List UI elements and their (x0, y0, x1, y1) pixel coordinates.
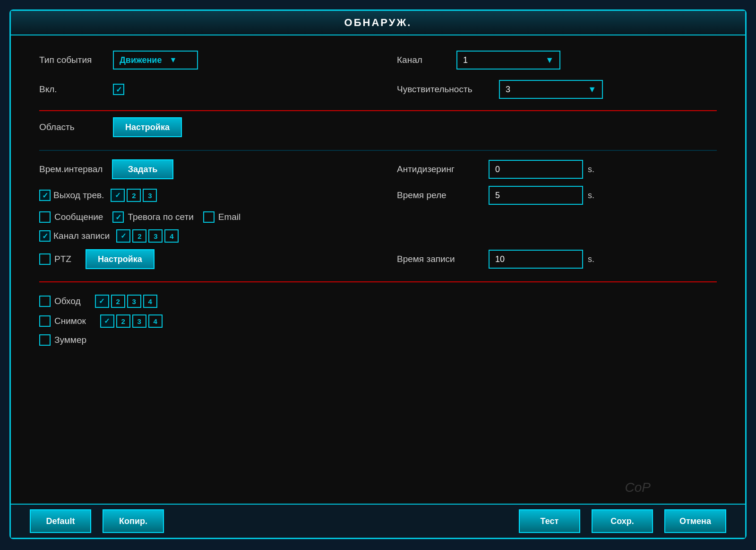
bypass-checkbox-group: Обход (39, 296, 81, 307)
snapshot-checkbox[interactable] (39, 315, 51, 327)
email-checkbox[interactable] (203, 211, 215, 223)
time-interval-left: Врем.интервал Задать (39, 159, 359, 179)
snapshot-box-3[interactable]: 3 (132, 314, 146, 328)
record-channel-checkbox[interactable] (39, 230, 51, 242)
save-button[interactable]: Сохр. (592, 509, 653, 533)
alarm-out-row: Выход трев. ✓ 2 3 Время реле 5 s. (39, 186, 717, 205)
red-divider-1 (39, 110, 717, 111)
sensitivity-dropdown-arrow: ▼ (588, 85, 596, 95)
snapshot-row: Снимок ✓ 2 3 4 (39, 314, 717, 328)
alarm-box-3[interactable]: 3 (143, 189, 157, 202)
alarm-out-label: Выход трев. (53, 190, 104, 201)
sensitivity-label: Чувствительность (397, 84, 491, 95)
area-settings-button[interactable]: Настройка (113, 117, 182, 137)
bypass-row: Обход ✓ 2 3 4 (39, 295, 717, 308)
record-box-3[interactable]: 3 (148, 229, 163, 243)
dropdown-arrow-icon: ▼ (169, 56, 177, 64)
default-button[interactable]: Default (30, 509, 91, 533)
sensitivity-input[interactable]: 3 ▼ (499, 80, 603, 99)
bypass-box-2[interactable]: 2 (111, 295, 125, 308)
ptz-checkbox[interactable] (39, 253, 51, 265)
email-label: Email (218, 212, 241, 222)
middle-section: Врем.интервал Задать Антидизеринг 0 s. (39, 159, 717, 346)
red-divider-2 (39, 281, 717, 282)
message-row: Сообщение Тревога по сети Email (39, 211, 717, 223)
enable-row: Вкл. (39, 79, 359, 100)
antidezing-label: Антидизеринг (397, 164, 482, 175)
channel-dropdown-arrow: ▼ (545, 55, 554, 65)
snapshot-box-2[interactable]: 2 (116, 314, 130, 328)
event-type-label: Тип события (39, 55, 105, 65)
ptz-left: PTZ Настройка (39, 249, 359, 269)
record-channel-checkbox-group: Канал записи (39, 230, 110, 242)
bypass-checkbox[interactable] (39, 296, 51, 307)
snapshot-checkbox-group: Снимок (39, 315, 86, 327)
enable-label: Вкл. (39, 84, 105, 95)
antidezing-unit: s. (588, 165, 594, 175)
time-interval-button[interactable]: Задать (112, 159, 173, 179)
event-type-dropdown[interactable]: Движение ▼ (113, 51, 198, 70)
record-time-label: Время записи (397, 254, 482, 264)
message-left: Сообщение Тревога по сети Email (39, 211, 359, 223)
relay-time-input[interactable]: 5 (489, 186, 583, 205)
buzzer-checkbox[interactable] (39, 334, 51, 346)
ptz-label: PTZ (54, 254, 71, 264)
bypass-box-4[interactable]: 4 (143, 295, 157, 308)
alarm-box-1[interactable]: ✓ (111, 189, 125, 202)
record-time-unit: s. (588, 254, 594, 264)
bypass-label: Обход (54, 296, 81, 306)
bottom-bar: Default Копир. Тест Сохр. Отмена (11, 504, 745, 538)
buzzer-label: Зуммер (54, 335, 86, 345)
time-interval-label: Врем.интервал (39, 164, 105, 175)
message-group: Сообщение (39, 211, 103, 223)
ptz-checkbox-group: PTZ (39, 253, 71, 265)
bypass-box-3[interactable]: 3 (127, 295, 141, 308)
buzzer-row: Зуммер (39, 334, 717, 346)
net-alarm-checkbox[interactable] (112, 211, 124, 223)
message-checkbox[interactable] (39, 211, 51, 223)
ptz-row: PTZ Настройка Время записи 10 s. (39, 249, 717, 269)
message-label: Сообщение (54, 212, 103, 222)
antidezing-right: Антидизеринг 0 s. (397, 160, 717, 179)
relay-time-right: Время реле 5 s. (397, 186, 717, 205)
alarm-out-left: Выход трев. ✓ 2 3 (39, 189, 359, 202)
record-time-right: Время записи 10 s. (397, 250, 717, 269)
enable-checkbox[interactable] (113, 84, 124, 95)
snapshot-label: Снимок (54, 316, 86, 326)
antidezing-input[interactable]: 0 (489, 160, 583, 179)
record-box-4[interactable]: 4 (164, 229, 179, 243)
relay-time-label: Время реле (397, 190, 482, 201)
record-box-2[interactable]: 2 (132, 229, 146, 243)
sensitivity-row: Чувствительность 3 ▼ (397, 79, 717, 100)
snapshot-num-boxes: ✓ 2 3 4 (100, 314, 163, 328)
test-button[interactable]: Тест (519, 509, 580, 533)
channel-input[interactable]: 1 ▼ (456, 51, 560, 70)
bypass-box-1[interactable]: ✓ (95, 295, 109, 308)
alarm-box-2[interactable]: 2 (127, 189, 141, 202)
record-channel-left: Канал записи ✓ 2 3 4 (39, 229, 359, 243)
channel-row: Канал 1 ▼ (397, 50, 717, 70)
event-type-row: Тип события Движение ▼ (39, 50, 359, 70)
content-spacer (39, 346, 717, 494)
record-time-input[interactable]: 10 (489, 250, 583, 269)
area-label: Область (39, 122, 105, 132)
record-box-1[interactable]: ✓ (116, 229, 130, 243)
net-alarm-label: Тревога по сети (128, 212, 193, 222)
snapshot-box-4[interactable]: 4 (148, 314, 163, 328)
top-section: Тип события Движение ▼ Канал 1 ▼ Вкл. (39, 50, 717, 100)
channel-label: Канал (397, 55, 449, 65)
record-channel-label: Канал записи (53, 231, 110, 241)
window-title: ОБНАРУЖ. (344, 17, 412, 29)
time-interval-row: Врем.интервал Задать Антидизеринг 0 s. (39, 159, 717, 179)
bypass-num-boxes: ✓ 2 3 4 (95, 295, 157, 308)
alarm-out-checkbox[interactable] (39, 190, 51, 201)
snapshot-box-1[interactable]: ✓ (100, 314, 114, 328)
main-window: ОБНАРУЖ. Тип события Движение ▼ Канал 1 … (9, 9, 747, 539)
relay-time-input-group: 5 s. (489, 186, 594, 205)
alarm-num-boxes: ✓ 2 3 (111, 189, 157, 202)
net-alarm-group: Тревога по сети (112, 211, 193, 223)
cancel-button[interactable]: Отмена (664, 509, 726, 533)
ptz-settings-button[interactable]: Настройка (86, 249, 155, 269)
copy-button[interactable]: Копир. (103, 509, 164, 533)
relay-time-unit: s. (588, 191, 594, 201)
